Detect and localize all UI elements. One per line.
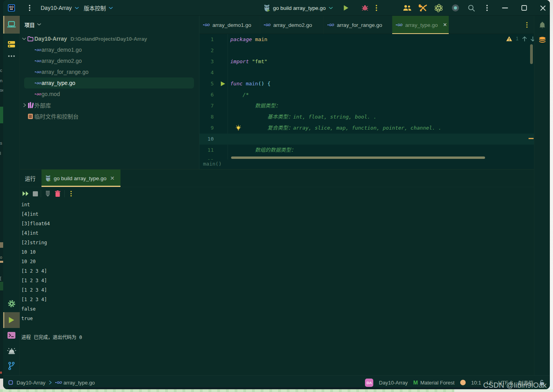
- toolbar-separator: [41, 190, 41, 197]
- vcs-widget-button[interactable]: 版本控制: [84, 0, 113, 16]
- tree-item-label: go.mod: [41, 91, 60, 97]
- run-play-icon: [8, 317, 15, 324]
- tab-options-button[interactable]: [522, 20, 532, 30]
- maximize-button[interactable]: [517, 3, 531, 13]
- tree-item-path: D:\GolandProjects\Day10-Array: [71, 36, 147, 42]
- notifications-bell-button[interactable]: [534, 17, 550, 33]
- editor-tab-array_demo1.go[interactable]: GOarray_demo1.go: [199, 16, 260, 34]
- console-more-button[interactable]: [66, 188, 76, 199]
- tree-item-label: 临时文件和控制台: [34, 112, 79, 120]
- project-selector[interactable]: Day10-Array: [41, 0, 79, 16]
- run-button[interactable]: [341, 3, 351, 13]
- module-icon: [8, 380, 13, 385]
- arrow-down-icon: [530, 36, 534, 41]
- intention-bulb-icon[interactable]: [236, 125, 241, 132]
- desktop-fragment: [0, 261, 3, 263]
- tree-item--[interactable]: 外部库: [20, 100, 199, 111]
- desktop-fragment: o: [0, 255, 2, 260]
- main-menu-button[interactable]: [24, 0, 36, 16]
- line-number: 6: [199, 89, 214, 100]
- tool-window-database-button[interactable]: [534, 32, 550, 48]
- line-number: 1: [199, 34, 214, 45]
- console-output[interactable]: int [4]int [3]float64 [4]int [2]string 1…: [21, 200, 82, 342]
- editor-horizontal-scrollbar[interactable]: [231, 156, 485, 159]
- run-line-marker-icon[interactable]: [220, 81, 226, 87]
- code-line-2: 2: [199, 45, 534, 56]
- editor-tab-array_for_range.go[interactable]: GOarray_for_range.go: [324, 16, 392, 34]
- tree-item--[interactable]: 临时文件和控制台: [20, 111, 199, 122]
- code-line-11: 11 数组的数据类型：: [199, 145, 534, 156]
- desktop-fragment: n: [0, 78, 2, 83]
- project-panel-header[interactable]: 项目: [24, 16, 41, 33]
- tree-item-go-mod[interactable]: GOgo.mod: [20, 89, 199, 100]
- logo-text: GO: [9, 6, 13, 8]
- line-number: 12: [199, 156, 214, 160]
- code-text: 数组的数据类型：: [230, 145, 296, 156]
- tool-window-run-button[interactable]: [3, 312, 20, 328]
- editor-vertical-scrollbar[interactable]: [530, 44, 533, 64]
- more-tool-windows-button[interactable]: [3, 48, 20, 64]
- code-text: func main() {: [230, 78, 271, 89]
- code-line-10: 10: [199, 134, 534, 145]
- close-icon[interactable]: ✕: [443, 23, 447, 28]
- tree-item-array_type-go[interactable]: GOarray_type.go: [20, 77, 199, 89]
- stop-button[interactable]: [30, 188, 40, 199]
- code-line-9: 9 复合类型：array, slice, map, function, poin…: [199, 122, 534, 134]
- folder-icon: [27, 36, 34, 41]
- go-file-icon: GO: [35, 70, 41, 74]
- editor-tab-array_type.go[interactable]: GOarray_type.go✕: [392, 16, 449, 34]
- tree-item-array_for_range-go[interactable]: GOarray_for_range.go: [20, 66, 199, 77]
- line-number: 10: [199, 134, 214, 145]
- more-actions-button[interactable]: [371, 3, 382, 13]
- chevron-expanded-icon[interactable]: [21, 38, 27, 40]
- settings-button[interactable]: [3, 296, 20, 311]
- tree-item-array_demo2-go[interactable]: GOarray_demo2.go: [20, 55, 199, 66]
- project-panel: 项目 Day10-ArrayD:\GolandProjects\Day10-Ar…: [20, 16, 199, 169]
- close-icon[interactable]: ✕: [110, 175, 115, 181]
- play-icon: [343, 5, 349, 11]
- tree-item-label: array_type.go: [41, 80, 75, 86]
- avatar-label: DA: [367, 381, 372, 385]
- goland-logo-icon[interactable]: GO: [8, 4, 15, 11]
- database-icon: [539, 37, 546, 44]
- editor-code-area[interactable]: 1package main23import "fmt"45func main()…: [199, 34, 534, 160]
- tree-item-array_demo1-go[interactable]: GOarray_demo1.go: [20, 44, 199, 55]
- line-number: 5: [199, 78, 214, 89]
- editor-tab-array_demo2.go[interactable]: GOarray_demo2.go: [260, 16, 324, 34]
- search-everywhere-button[interactable]: [466, 3, 476, 13]
- debug-button[interactable]: [360, 3, 370, 13]
- tools-icon: [419, 4, 427, 12]
- chevron-down-icon: [37, 23, 41, 26]
- tools-button[interactable]: [418, 3, 428, 13]
- library-icon: [27, 102, 34, 108]
- window-options-button[interactable]: [482, 3, 492, 13]
- status-project[interactable]: Day10-Array: [379, 380, 408, 386]
- atom-icon: [434, 4, 443, 13]
- tool-window-project-button[interactable]: [3, 16, 20, 34]
- run-console-tab[interactable]: go build array_type.go ✕: [41, 170, 120, 187]
- clear-console-button[interactable]: [53, 188, 63, 199]
- run-panel-title: 运行: [25, 170, 36, 187]
- science-plugin-button[interactable]: [433, 3, 444, 13]
- inspections-widget[interactable]: 1: [506, 36, 534, 41]
- caret-position-widget[interactable]: 10:1: [471, 380, 481, 386]
- go-file-icon: GO: [34, 70, 41, 74]
- kebab-icon: [526, 22, 528, 28]
- tree-item-Day10-Array[interactable]: Day10-ArrayD:\GolandProjects\Day10-Array: [20, 33, 199, 44]
- tab-label: array_demo2.go: [273, 22, 312, 28]
- avatar-badge[interactable]: DA: [365, 379, 373, 387]
- breadcrumb[interactable]: main(): [203, 161, 222, 167]
- status-color-dot[interactable]: [460, 380, 466, 385]
- status-theme[interactable]: MMaterial Forest: [413, 379, 454, 386]
- orange-dot-icon: [460, 380, 466, 385]
- tool-window-notifications-button[interactable]: [3, 343, 20, 359]
- minimize-button[interactable]: [498, 3, 512, 13]
- run-configuration-selector[interactable]: go build array_type.go: [264, 0, 333, 16]
- tool-window-terminal-button[interactable]: [3, 327, 20, 343]
- close-button[interactable]: [536, 3, 549, 13]
- scroll-to-end-button[interactable]: [43, 188, 53, 199]
- tool-window-git-button[interactable]: [3, 358, 20, 374]
- code-with-me-button[interactable]: [402, 3, 412, 13]
- rerun-button[interactable]: [20, 188, 30, 199]
- screen-record-button[interactable]: [450, 3, 461, 13]
